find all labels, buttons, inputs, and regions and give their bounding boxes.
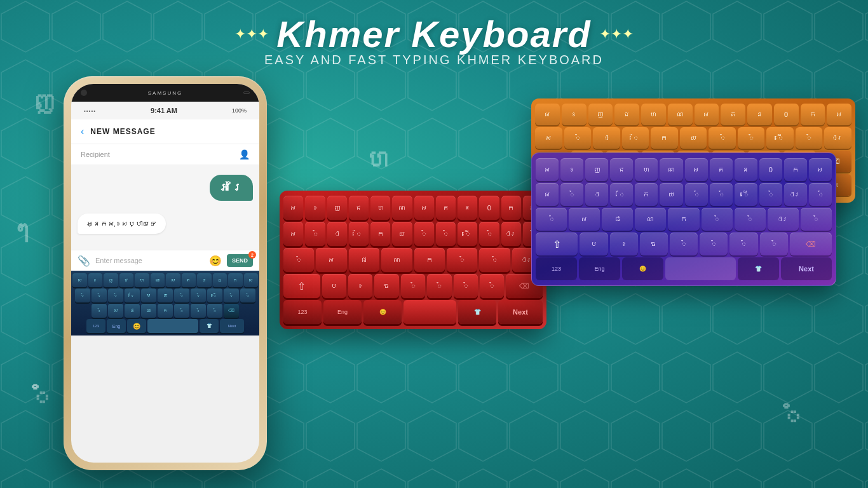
eng-key[interactable]: Eng xyxy=(579,257,620,280)
key[interactable]: ំ xyxy=(702,208,733,231)
num-key[interactable]: 123 xyxy=(86,319,105,333)
key[interactable]: ំ xyxy=(436,222,456,246)
key[interactable]: 0 xyxy=(759,158,782,181)
key[interactable]: ញ xyxy=(327,196,347,220)
key[interactable]: ញ xyxy=(104,273,118,287)
recipient-label[interactable]: Recipient xyxy=(81,151,110,158)
send-button[interactable]: SEND 2 xyxy=(227,254,253,267)
key[interactable]: ា xyxy=(593,127,620,149)
emoji-key[interactable]: 😊 xyxy=(127,319,146,333)
attach-icon[interactable]: 📎 xyxy=(78,255,90,267)
key[interactable]: ក xyxy=(651,127,678,149)
key[interactable]: ជ xyxy=(610,158,633,181)
key[interactable]: ម xyxy=(141,288,156,302)
num-key[interactable]: 123 xyxy=(283,300,322,324)
key[interactable]: ណ xyxy=(660,158,682,181)
key[interactable]: ំ xyxy=(191,288,206,302)
key[interactable]: ខ xyxy=(610,233,638,255)
key[interactable]: ប xyxy=(322,274,346,298)
next-key[interactable]: Next xyxy=(220,319,244,333)
key[interactable]: ក xyxy=(414,248,445,272)
key[interactable]: ន xyxy=(458,196,477,220)
key[interactable]: ំ xyxy=(174,304,189,318)
key[interactable]: ារ xyxy=(768,208,799,231)
key[interactable]: ផ xyxy=(602,208,633,231)
key[interactable]: យ xyxy=(158,288,173,302)
key[interactable]: ស xyxy=(414,196,434,220)
key[interactable]: ស xyxy=(316,248,346,272)
key[interactable]: ារ xyxy=(824,127,851,149)
key[interactable]: ើ xyxy=(766,127,794,149)
key[interactable]: ស xyxy=(809,158,832,181)
key[interactable]: ខ xyxy=(562,104,587,125)
key[interactable]: ំ xyxy=(710,183,733,206)
key[interactable]: ក xyxy=(668,208,699,231)
shift-key[interactable]: ⇧ xyxy=(536,233,578,255)
key[interactable]: ជ xyxy=(349,196,369,220)
key[interactable]: ក xyxy=(801,104,825,125)
key[interactable]: ស xyxy=(166,273,180,287)
key[interactable]: ំ xyxy=(801,208,832,231)
key[interactable]: ខ xyxy=(560,158,583,181)
key[interactable]: ណ xyxy=(635,208,666,231)
key[interactable]: ំ xyxy=(224,288,239,302)
key[interactable]: ហ xyxy=(135,273,149,287)
key[interactable]: ែ xyxy=(622,127,649,149)
theme-key[interactable]: 👕 xyxy=(738,257,779,280)
key[interactable]: ំ xyxy=(240,288,255,302)
key[interactable]: ំ xyxy=(207,304,222,318)
key[interactable]: ំ xyxy=(796,127,823,149)
key[interactable]: ក xyxy=(635,183,658,206)
key[interactable]: ក xyxy=(370,222,390,246)
key[interactable]: ជ xyxy=(119,273,134,287)
key[interactable]: ើ xyxy=(735,183,757,206)
next-key[interactable]: Next xyxy=(498,300,543,324)
key[interactable]: ន xyxy=(735,158,757,181)
key[interactable]: ប xyxy=(580,233,607,255)
key[interactable]: ក xyxy=(158,304,173,318)
key[interactable]: ស xyxy=(535,104,560,125)
key[interactable]: ហ xyxy=(370,196,390,220)
num-key[interactable]: 123 xyxy=(536,257,577,280)
key[interactable]: ំ xyxy=(536,208,567,231)
key[interactable]: ត xyxy=(721,104,745,125)
key[interactable]: ស xyxy=(283,222,303,246)
key[interactable]: ំ xyxy=(729,233,757,255)
key[interactable]: ណ xyxy=(141,304,156,318)
key[interactable]: ា xyxy=(327,222,347,246)
key[interactable]: ហ xyxy=(635,158,658,181)
key[interactable]: ស xyxy=(827,104,851,125)
key[interactable]: ំ xyxy=(75,288,90,302)
key[interactable]: ណ xyxy=(381,248,412,272)
theme-key[interactable]: 👕 xyxy=(458,300,496,324)
key[interactable]: ំ xyxy=(454,274,478,298)
back-button[interactable]: ‹ xyxy=(81,126,84,137)
key[interactable]: ែ xyxy=(610,183,633,206)
key[interactable]: ំ xyxy=(738,127,765,149)
key[interactable]: ំ xyxy=(447,248,477,272)
key[interactable]: ក xyxy=(228,273,243,287)
key[interactable]: ំ xyxy=(670,233,698,255)
key[interactable]: ំ xyxy=(480,274,504,298)
key[interactable]: ស xyxy=(244,273,259,287)
key[interactable]: ំ xyxy=(479,222,499,246)
message-input[interactable]: Enter message xyxy=(95,257,204,264)
key[interactable]: ន xyxy=(197,273,212,287)
key[interactable]: ស xyxy=(536,158,559,181)
eng-key[interactable]: Eng xyxy=(323,300,362,324)
shift-key[interactable]: ⇧ xyxy=(283,274,320,298)
key[interactable]: ជ xyxy=(614,104,639,125)
emoji-key[interactable]: 😊 xyxy=(363,300,402,324)
emoji-key[interactable]: 😊 xyxy=(622,257,663,280)
key[interactable]: ណ xyxy=(392,196,412,220)
key[interactable]: យ xyxy=(660,183,682,206)
delete-key[interactable]: ⌫ xyxy=(224,304,239,318)
key[interactable]: ត xyxy=(182,273,196,287)
key[interactable]: ត xyxy=(436,196,456,220)
key[interactable]: ន xyxy=(747,104,772,125)
key[interactable]: ស xyxy=(72,273,87,287)
key[interactable]: ក xyxy=(501,196,521,220)
key[interactable]: ំ xyxy=(709,127,736,149)
key[interactable]: ំ xyxy=(759,183,782,206)
eng-key[interactable]: Eng xyxy=(107,319,126,333)
